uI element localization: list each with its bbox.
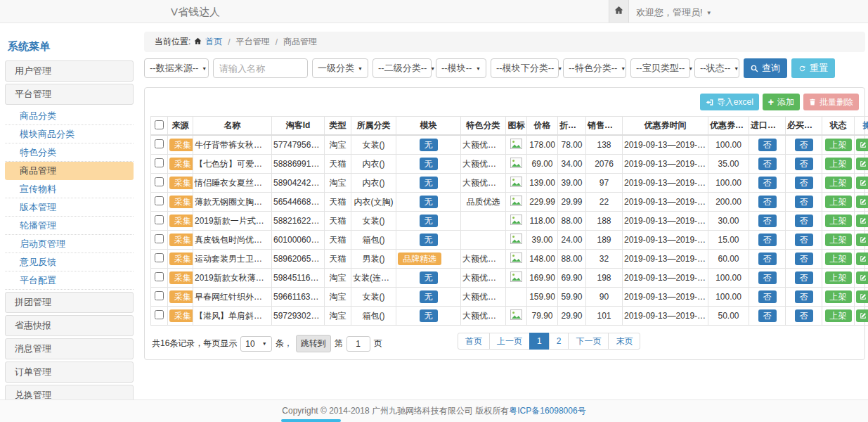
page-link[interactable]: 上一页	[489, 333, 530, 350]
status-toggle[interactable]: 上架	[825, 271, 852, 284]
status-toggle[interactable]: 上架	[825, 139, 852, 151]
sidebar-subitem[interactable]: 特色分类	[5, 143, 134, 162]
reset-button[interactable]: 重置	[791, 58, 835, 78]
import-select-toggle[interactable]: 否	[758, 215, 777, 227]
import-select-toggle[interactable]: 否	[758, 196, 777, 208]
data-source-select[interactable]: --数据来源--▼	[144, 58, 209, 78]
breadcrumb-home-link[interactable]: 首页	[205, 36, 222, 48]
import-select-toggle[interactable]: 否	[758, 177, 777, 189]
import-select-toggle[interactable]: 否	[758, 290, 777, 303]
edit-button[interactable]	[856, 215, 868, 227]
must-buy-toggle[interactable]: 否	[795, 196, 813, 208]
must-buy-toggle[interactable]: 否	[795, 177, 813, 189]
level2-category-select[interactable]: --二级分类--▼	[373, 58, 432, 78]
module-badge[interactable]: 无	[420, 309, 438, 322]
sidebar-subitem[interactable]: 意见反馈	[5, 253, 134, 271]
status-toggle[interactable]: 上架	[825, 158, 852, 170]
status-toggle[interactable]: 上架	[825, 309, 852, 322]
row-checkbox[interactable]	[155, 253, 164, 262]
edit-button[interactable]	[856, 290, 868, 303]
import-select-toggle[interactable]: 否	[758, 158, 777, 170]
page-link[interactable]: 首页	[458, 333, 490, 350]
edit-button[interactable]	[856, 309, 868, 322]
horizontal-scrollbar-thumb[interactable]	[281, 419, 341, 422]
bulk-delete-button[interactable]: 批量删除	[803, 94, 859, 110]
edit-button[interactable]	[856, 139, 868, 151]
sidebar-group-item[interactable]: 省惠快报	[5, 315, 134, 336]
edit-button[interactable]	[856, 196, 868, 208]
jump-button[interactable]: 跳转到	[296, 335, 331, 352]
add-button[interactable]: +添加	[763, 94, 800, 110]
module-badge[interactable]: 无	[420, 215, 438, 227]
page-link[interactable]: 2	[549, 333, 569, 350]
sidebar-group-item[interactable]: 用户管理	[5, 60, 134, 82]
import-select-toggle[interactable]: 否	[758, 252, 777, 265]
row-checkbox[interactable]	[155, 158, 164, 167]
level1-category-select[interactable]: 一级分类▼	[312, 58, 368, 78]
row-checkbox[interactable]	[155, 272, 164, 281]
row-checkbox[interactable]	[155, 234, 164, 243]
page-link[interactable]: 末页	[608, 333, 640, 350]
status-toggle[interactable]: 上架	[825, 290, 852, 303]
module-badge[interactable]: 无	[420, 196, 438, 208]
item-type-select[interactable]: --宝贝类型--▼	[630, 58, 690, 78]
import-select-toggle[interactable]: 否	[758, 139, 777, 151]
status-select[interactable]: --状态--▼	[694, 58, 739, 78]
row-checkbox[interactable]	[155, 177, 164, 186]
row-checkbox[interactable]	[155, 139, 164, 148]
module-select[interactable]: --模块--▼	[436, 58, 486, 78]
page-link[interactable]: 1	[529, 333, 550, 350]
page-link[interactable]: 下一页	[568, 333, 609, 350]
home-button[interactable]	[609, 0, 629, 23]
icp-link[interactable]: 粤ICP备16098006号	[509, 406, 585, 416]
must-buy-toggle[interactable]: 否	[795, 271, 813, 284]
sidebar-subitem[interactable]: 版本管理	[5, 198, 134, 217]
sidebar-subitem[interactable]: 商品管理	[5, 162, 134, 180]
must-buy-toggle[interactable]: 否	[795, 290, 813, 303]
status-toggle[interactable]: 上架	[825, 252, 852, 265]
sidebar-subitem[interactable]: 启动页管理	[5, 235, 134, 253]
user-menu[interactable]: 欢迎您，管理员! ▼	[636, 6, 712, 19]
module-subcategory-select[interactable]: --模块下分类--▼	[491, 58, 559, 78]
must-buy-toggle[interactable]: 否	[795, 252, 813, 265]
name-search-input[interactable]	[213, 58, 308, 78]
edit-button[interactable]	[856, 234, 868, 246]
edit-button[interactable]	[856, 158, 868, 170]
module-badge[interactable]: 无	[420, 177, 438, 189]
edit-button[interactable]	[856, 177, 868, 189]
sidebar-subitem[interactable]: 模块商品分类	[5, 125, 134, 143]
select-all-checkbox[interactable]	[155, 120, 164, 129]
module-badge[interactable]: 无	[420, 158, 438, 170]
must-buy-toggle[interactable]: 否	[795, 139, 813, 151]
sidebar-group-item[interactable]: 消息管理	[5, 338, 134, 359]
import-select-toggle[interactable]: 否	[758, 271, 777, 284]
feature-category-select[interactable]: --特色分类--▼	[563, 58, 626, 78]
status-toggle[interactable]: 上架	[825, 215, 852, 227]
status-toggle[interactable]: 上架	[825, 177, 852, 189]
must-buy-toggle[interactable]: 否	[795, 158, 813, 170]
module-badge[interactable]: 无	[420, 271, 438, 284]
edit-button[interactable]	[856, 271, 868, 284]
sidebar-subitem[interactable]: 轮播管理	[5, 217, 134, 235]
status-toggle[interactable]: 上架	[825, 234, 852, 246]
edit-button[interactable]	[856, 252, 868, 265]
import-excel-button[interactable]: 导入excel	[700, 94, 759, 110]
import-select-toggle[interactable]: 否	[758, 309, 777, 322]
sidebar-group-item[interactable]: 平台管理	[5, 84, 134, 105]
must-buy-toggle[interactable]: 否	[795, 234, 813, 246]
import-select-toggle[interactable]: 否	[758, 234, 777, 246]
row-checkbox[interactable]	[155, 215, 164, 224]
sidebar-group-item[interactable]: 拼团管理	[5, 292, 134, 313]
module-badge[interactable]: 品牌精选	[398, 252, 441, 265]
sidebar-group-item[interactable]: 订单管理	[5, 362, 134, 383]
row-checkbox[interactable]	[155, 291, 164, 300]
sidebar-subitem[interactable]: 平台配置	[5, 271, 134, 290]
row-checkbox[interactable]	[155, 310, 164, 319]
must-buy-toggle[interactable]: 否	[795, 215, 813, 227]
row-checkbox[interactable]	[155, 196, 164, 205]
sidebar-subitem[interactable]: 商品分类	[5, 107, 134, 125]
module-badge[interactable]: 无	[420, 290, 438, 303]
module-badge[interactable]: 无	[420, 234, 438, 246]
page-number-input[interactable]	[346, 336, 370, 352]
sidebar-subitem[interactable]: 宣传物料	[5, 180, 134, 198]
